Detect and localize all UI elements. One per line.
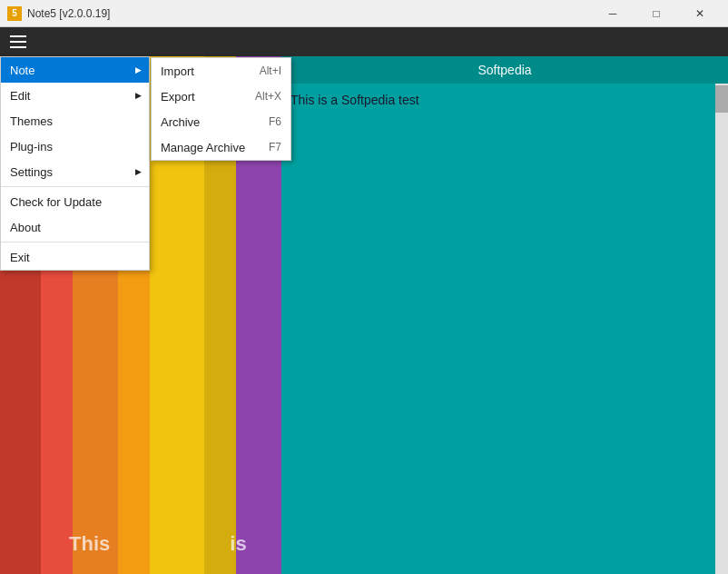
menu-item-about-label: About (10, 221, 41, 234)
toolbar (0, 27, 728, 56)
menu-item-note-arrow: ▶ (135, 65, 142, 74)
submenu-item-manage-archive-shortcut: F7 (269, 141, 281, 153)
menu-item-check-update-label: Check for Update (10, 195, 102, 209)
note-text: This is a Softpedia test (290, 93, 419, 107)
submenu-item-import-shortcut: Alt+I (260, 64, 281, 77)
menu-item-exit-label: Exit (10, 251, 30, 264)
close-button[interactable]: ✕ (679, 0, 721, 27)
menu-item-edit[interactable]: Edit ▶ (1, 83, 149, 108)
menu-item-note[interactable]: Note ▶ Import Alt+I Export Alt+X Archive… (1, 57, 149, 83)
menu-item-edit-label: Edit (10, 89, 30, 103)
scrollbar-thumb[interactable] (715, 85, 728, 113)
submenu-item-manage-archive[interactable]: Manage Archive F7 (152, 134, 290, 160)
submenu-item-export-label: Export (161, 90, 195, 104)
submenu-item-export[interactable]: Export Alt+X (152, 84, 290, 109)
titlebar-controls: ─ □ ✕ (592, 0, 721, 27)
menu-item-note-label: Note (10, 64, 34, 77)
submenu-item-export-shortcut: Alt+X (255, 90, 281, 103)
note-title: Softpedia (477, 63, 531, 77)
app-window: Softpedia This is a Softpedia test This … (0, 27, 728, 574)
note-submenu: Import Alt+I Export Alt+X Archive F6 Man… (151, 57, 291, 161)
submenu-item-import-label: Import (161, 64, 194, 78)
menu-item-settings[interactable]: Settings ▶ (1, 159, 149, 184)
hamburger-line-3 (10, 46, 26, 48)
maximize-button[interactable]: □ (635, 0, 677, 27)
submenu-item-manage-archive-label: Manage Archive (161, 141, 245, 154)
minimize-button[interactable]: ─ (592, 0, 634, 27)
submenu-item-archive-label: Archive (161, 115, 200, 129)
menu-item-plugins-label: Plug-ins (10, 140, 53, 153)
main-menu: Note ▶ Import Alt+I Export Alt+X Archive… (0, 56, 150, 271)
hamburger-line-1 (10, 35, 26, 37)
menu-button[interactable] (5, 29, 31, 54)
submenu-item-import[interactable]: Import Alt+I (152, 58, 290, 84)
menu-item-themes[interactable]: Themes (1, 108, 149, 134)
submenu-item-archive-shortcut: F6 (269, 115, 281, 128)
menu-item-themes-label: Themes (10, 114, 53, 128)
menu-item-edit-arrow: ▶ (135, 91, 142, 100)
menu-item-plugins[interactable]: Plug-ins (1, 134, 149, 159)
menu-item-about[interactable]: About (1, 214, 149, 240)
note-content[interactable]: This is a Softpedia test (281, 84, 728, 574)
hamburger-line-2 (10, 41, 26, 43)
menu-divider-1 (1, 186, 149, 187)
titlebar: 5 Note5 [v2.0.0.19] ─ □ ✕ (0, 0, 728, 27)
menu-item-exit[interactable]: Exit (1, 244, 149, 270)
note-titlebar: Softpedia (281, 56, 728, 84)
note-scrollbar[interactable] (715, 84, 728, 574)
submenu-item-archive[interactable]: Archive F6 (152, 109, 290, 134)
app-icon: 5 (7, 6, 22, 21)
menu-item-check-update[interactable]: Check for Update (1, 189, 149, 214)
menu-divider-2 (1, 242, 149, 242)
titlebar-title: Note5 [v2.0.0.19] (27, 7, 592, 20)
menu-item-settings-arrow: ▶ (135, 167, 142, 176)
menu-item-settings-label: Settings (10, 165, 53, 179)
